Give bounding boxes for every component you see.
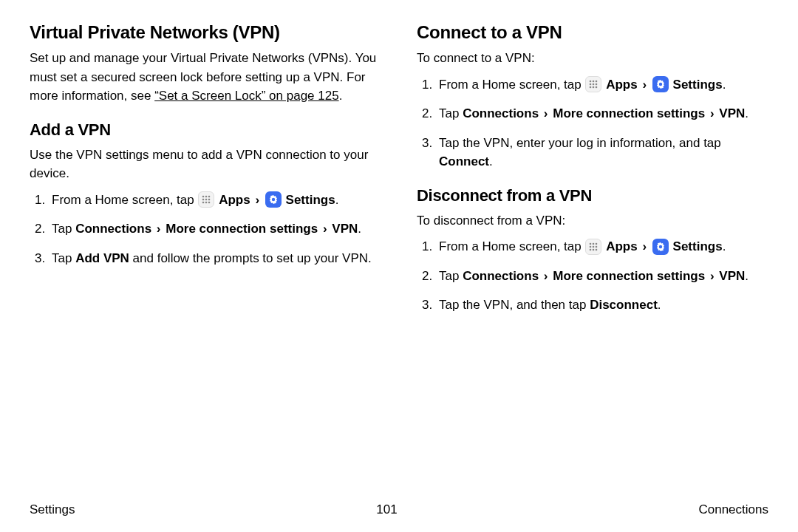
- path-connections: Connections: [463, 106, 539, 120]
- apps-icon: [585, 239, 601, 255]
- settings-label: Settings: [673, 78, 723, 92]
- left-column: Virtual Private Networks (VPN) Set up an…: [30, 22, 381, 492]
- list-item: Tap Connections › More connection settin…: [49, 219, 381, 239]
- svg-point-27: [593, 248, 595, 250]
- svg-point-25: [596, 245, 598, 248]
- path-vpn: VPN: [719, 106, 745, 120]
- svg-point-29: [659, 245, 662, 248]
- list-item: From a Home screen, tap Apps › Settings.: [49, 191, 381, 210]
- footer-page-number: 101: [376, 502, 397, 517]
- connect-intro: To connect to a VPN:: [417, 49, 768, 68]
- svg-point-17: [593, 86, 595, 89]
- svg-point-2: [208, 196, 211, 198]
- svg-point-28: [596, 248, 598, 250]
- path-more-connection-settings: More connection settings: [166, 222, 318, 236]
- step-text: Tap: [439, 106, 463, 120]
- svg-point-3: [202, 199, 205, 201]
- svg-point-16: [590, 86, 592, 89]
- svg-point-10: [590, 81, 592, 83]
- chevron-right-icon: ›: [710, 104, 715, 123]
- step-text: .: [723, 78, 726, 92]
- svg-point-22: [596, 242, 598, 245]
- chevron-right-icon: ›: [642, 237, 647, 256]
- connect-vpn-steps: From a Home screen, tap Apps › Settings.…: [417, 75, 768, 171]
- list-item: From a Home screen, tap Apps › Settings.: [436, 75, 768, 95]
- step-text: Tap: [52, 251, 75, 265]
- footer-section-right: Connections: [698, 502, 768, 517]
- settings-icon: [652, 239, 669, 255]
- settings-icon: [265, 191, 282, 208]
- step-text: Tap the VPN, and then tap: [439, 298, 590, 312]
- link-set-screen-lock[interactable]: “Set a Screen Lock” on page 125: [154, 89, 339, 103]
- path-more-connection-settings: More connection settings: [553, 269, 705, 283]
- heading-vpn: Virtual Private Networks (VPN): [30, 22, 381, 43]
- list-item: Tap Connections › More connection settin…: [436, 104, 768, 123]
- step-text: From a Home screen, tap: [439, 239, 584, 253]
- svg-point-0: [202, 196, 205, 198]
- heading-add-vpn: Add a VPN: [30, 120, 381, 140]
- disconnect-intro: To disconnect from a VPN:: [417, 211, 768, 231]
- settings-icon: [652, 76, 669, 92]
- add-vpn-intro: Use the VPN settings menu to add a VPN c…: [30, 146, 381, 183]
- svg-point-5: [208, 199, 211, 201]
- apps-label: Apps: [606, 78, 638, 92]
- apps-icon: [585, 76, 601, 92]
- svg-point-14: [593, 83, 595, 86]
- svg-point-23: [590, 245, 592, 248]
- right-column: Connect to a VPN To connect to a VPN: Fr…: [417, 22, 768, 492]
- svg-point-12: [596, 81, 598, 83]
- path-vpn: VPN: [332, 222, 358, 236]
- svg-point-8: [208, 202, 211, 204]
- chevron-right-icon: ›: [323, 219, 327, 239]
- svg-point-18: [596, 86, 598, 89]
- chevron-right-icon: ›: [157, 219, 161, 239]
- apps-label: Apps: [606, 239, 638, 253]
- apps-icon: [198, 191, 214, 208]
- step-text: .: [489, 154, 493, 168]
- list-item: Tap the VPN, and then tap Disconnect.: [436, 296, 768, 315]
- list-item: From a Home screen, tap Apps › Settings.: [436, 237, 768, 256]
- page-footer: Settings 101 Connections: [30, 492, 768, 517]
- svg-point-19: [659, 83, 662, 86]
- add-vpn-steps: From a Home screen, tap Apps › Settings.…: [30, 191, 381, 268]
- apps-label: Apps: [219, 193, 250, 207]
- step-text: Tap: [52, 222, 75, 236]
- heading-disconnect-vpn: Disconnect from a VPN: [417, 186, 768, 205]
- step-text: .: [723, 239, 726, 253]
- svg-point-20: [590, 242, 592, 245]
- svg-point-9: [272, 198, 275, 201]
- svg-point-15: [596, 83, 598, 86]
- disconnect-vpn-steps: From a Home screen, tap Apps › Settings.…: [417, 237, 768, 315]
- connect-label: Connect: [439, 154, 489, 168]
- chevron-right-icon: ›: [710, 267, 715, 286]
- svg-point-21: [593, 242, 595, 245]
- svg-point-6: [202, 202, 205, 204]
- step-text: Tap the VPN, enter your log in informati…: [439, 136, 721, 150]
- svg-point-24: [593, 245, 595, 248]
- vpn-intro-text-b: .: [339, 89, 343, 103]
- svg-point-13: [590, 83, 592, 86]
- heading-connect-vpn: Connect to a VPN: [417, 22, 768, 43]
- step-text: Tap: [439, 269, 463, 283]
- path-connections: Connections: [75, 222, 151, 236]
- vpn-intro: Set up and manage your Virtual Private N…: [30, 49, 381, 106]
- path-more-connection-settings: More connection settings: [553, 106, 705, 120]
- svg-point-11: [593, 81, 595, 83]
- footer-section-left: Settings: [30, 502, 75, 517]
- path-connections: Connections: [463, 269, 539, 283]
- chevron-right-icon: ›: [544, 104, 548, 123]
- step-text: .: [358, 222, 361, 236]
- step-text: .: [335, 193, 339, 207]
- settings-label: Settings: [673, 239, 723, 253]
- step-text: From a Home screen, tap: [439, 78, 584, 92]
- add-vpn-label: Add VPN: [75, 251, 129, 265]
- step-text: and follow the prompts to set up your VP…: [129, 251, 372, 265]
- step-text: .: [658, 298, 661, 312]
- list-item: Tap the VPN, enter your log in informati…: [436, 134, 768, 171]
- path-vpn: VPN: [719, 269, 745, 283]
- chevron-right-icon: ›: [642, 75, 647, 95]
- svg-point-4: [205, 199, 208, 201]
- svg-point-7: [205, 202, 208, 204]
- step-text: From a Home screen, tap: [52, 193, 197, 207]
- list-item: Tap Connections › More connection settin…: [436, 267, 768, 286]
